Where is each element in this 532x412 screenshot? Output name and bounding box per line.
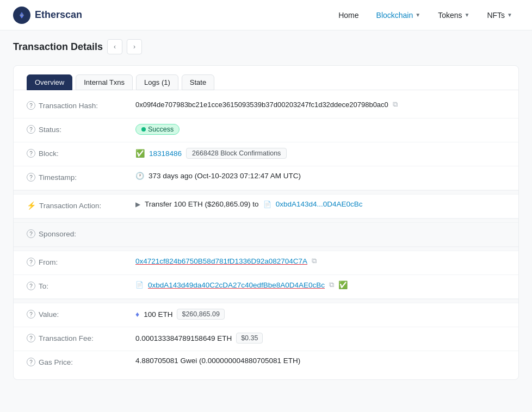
detail-table: ? Transaction Hash: 0x09f4de707983bc21e1… [14, 90, 518, 379]
tokens-chevron-icon: ▼ [465, 12, 470, 18]
nav-tokens[interactable]: Tokens ▼ [431, 8, 476, 23]
block-row: ? Block: ✅ 18318486 2668428 Block Confir… [14, 142, 518, 166]
value-row: ? Value: ♦ 100 ETH $260,865.09 [14, 303, 518, 327]
to-doc-icon: 📄 [135, 281, 144, 289]
from-info-icon[interactable]: ? [27, 258, 35, 266]
timestamp-value: 🕐 373 days ago (Oct-10-2023 07:12:47 AM … [135, 172, 505, 180]
section-divider-4 [14, 299, 518, 303]
fee-label: ? Transaction Fee: [27, 333, 135, 342]
nav-blockchain[interactable]: Blockchain ▼ [370, 8, 428, 23]
to-address-link[interactable]: 0xbdA143d49da40C2cDA27c40edfBbe8A0D4AE0c… [148, 281, 325, 289]
confirmations-badge: 2668428 Block Confirmations [186, 148, 287, 159]
status-label: ? Status: [27, 124, 135, 134]
tx-hash-info-icon[interactable]: ? [27, 101, 35, 110]
eth-icon: ♦ [135, 310, 139, 319]
timestamp-label: ? Timestamp: [27, 172, 135, 182]
fee-row: ? Transaction Fee: 0.000133384789158649 … [14, 327, 518, 351]
main-content: Transaction Details ‹ › Overview Interna… [0, 30, 532, 389]
status-value: Success [135, 124, 505, 135]
to-label: ? To: [27, 280, 135, 290]
from-row: ? From: 0x4721cf824b6750B58d781fD1336D92… [14, 251, 518, 275]
to-row: ? To: 📄 0xbdA143d49da40C2cDA27c40edfBbe8… [14, 275, 518, 299]
fee-usd-badge: $0.35 [236, 333, 263, 344]
sponsored-info-icon[interactable]: ? [27, 229, 35, 238]
main-nav: Home Blockchain ▼ Tokens ▼ NFTs ▼ [332, 8, 519, 23]
value-amount: ♦ 100 ETH $260,865.09 [135, 309, 505, 320]
success-dot-icon [141, 127, 146, 132]
fee-value: 0.000133384789158649 ETH $0.35 [135, 333, 505, 344]
action-value: ▶ Transfer 100 ETH ($260,865.09) to 📄 0x… [135, 200, 505, 208]
nfts-chevron-icon: ▼ [507, 12, 512, 18]
sponsored-row: ? Sponsored: [14, 223, 518, 247]
tab-overview[interactable]: Overview [27, 74, 72, 90]
tx-hash-copy-icon[interactable]: ⧉ [393, 100, 398, 109]
from-copy-icon[interactable]: ⧉ [312, 257, 317, 265]
clock-icon: 🕐 [135, 172, 144, 180]
section-divider [14, 190, 518, 195]
from-label: ? From: [27, 257, 135, 266]
status-info-icon[interactable]: ? [27, 125, 35, 134]
blockchain-chevron-icon: ▼ [415, 12, 420, 18]
value-info-icon[interactable]: ? [27, 310, 35, 319]
block-number-link[interactable]: 18318486 [149, 149, 182, 158]
header: Etherscan Home Blockchain ▼ Tokens ▼ NFT… [0, 0, 532, 30]
to-value: 📄 0xbdA143d49da40C2cDA27c40edfBbe8A0D4AE… [135, 280, 505, 289]
to-info-icon[interactable]: ? [27, 282, 35, 290]
fee-info-icon[interactable]: ? [27, 334, 35, 342]
action-label: ⚡ Transaction Action: [27, 200, 135, 210]
tab-internal-txns[interactable]: Internal Txns [76, 74, 133, 90]
action-address-link[interactable]: 0xbdA143d4...0D4AE0cBc [276, 200, 363, 208]
transaction-card: Overview Internal Txns Logs (1) State ? … [13, 65, 519, 380]
timestamp-info-icon[interactable]: ? [27, 173, 35, 182]
gas-row: ? Gas Price: 4.880705081 Gwei (0.0000000… [14, 351, 518, 375]
block-info-icon[interactable]: ? [27, 149, 35, 158]
block-check-icon: ✅ [135, 149, 145, 158]
section-divider-3 [14, 247, 518, 251]
logo-icon [13, 7, 30, 24]
tab-logs[interactable]: Logs (1) [136, 74, 178, 90]
logo[interactable]: Etherscan [13, 7, 82, 24]
action-row: ⚡ Transaction Action: ▶ Transfer 100 ETH… [14, 195, 518, 219]
tx-hash-label: ? Transaction Hash: [27, 100, 135, 110]
logo-text: Etherscan [35, 9, 82, 21]
section-divider-2 [14, 219, 518, 223]
status-badge: Success [135, 124, 180, 135]
tx-hash-row: ? Transaction Hash: 0x09f4de707983bc21e1… [14, 95, 518, 118]
next-button[interactable]: › [127, 39, 142, 54]
to-copy-icon[interactable]: ⧉ [329, 280, 334, 289]
page-header: Transaction Details ‹ › [13, 39, 519, 54]
block-value: ✅ 18318486 2668428 Block Confirmations [135, 148, 505, 159]
contract-doc-icon: 📄 [263, 201, 271, 208]
tab-state[interactable]: State [182, 74, 214, 90]
block-label: ? Block: [27, 148, 135, 158]
from-address-link[interactable]: 0x4721cf824b6750B58d781fD1336D92a082704C… [135, 257, 307, 265]
page-title: Transaction Details [13, 41, 103, 53]
gas-value: 4.880705081 Gwei (0.000000004880705081 E… [135, 357, 505, 365]
nav-nfts[interactable]: NFTs ▼ [480, 8, 519, 23]
gas-info-icon[interactable]: ? [27, 358, 35, 366]
tx-hash-value: 0x09f4de707983bc21e1cce3615093539b37d002… [135, 100, 505, 109]
sponsored-label: ? Sponsored: [27, 228, 135, 238]
from-value: 0x4721cf824b6750B58d781fD1336D92a082704C… [135, 257, 505, 265]
tab-bar: Overview Internal Txns Logs (1) State [14, 66, 518, 90]
verified-icon: ✅ [338, 280, 348, 289]
value-usd-badge: $260,865.09 [177, 309, 225, 320]
timestamp-row: ? Timestamp: 🕐 373 days ago (Oct-10-2023… [14, 166, 518, 190]
nav-home[interactable]: Home [332, 8, 365, 23]
prev-button[interactable]: ‹ [107, 39, 122, 54]
gas-label: ? Gas Price: [27, 357, 135, 366]
lightning-icon: ⚡ [27, 201, 36, 210]
value-label: ? Value: [27, 309, 135, 319]
status-row: ? Status: Success [14, 118, 518, 142]
action-arrow-icon: ▶ [135, 201, 140, 208]
